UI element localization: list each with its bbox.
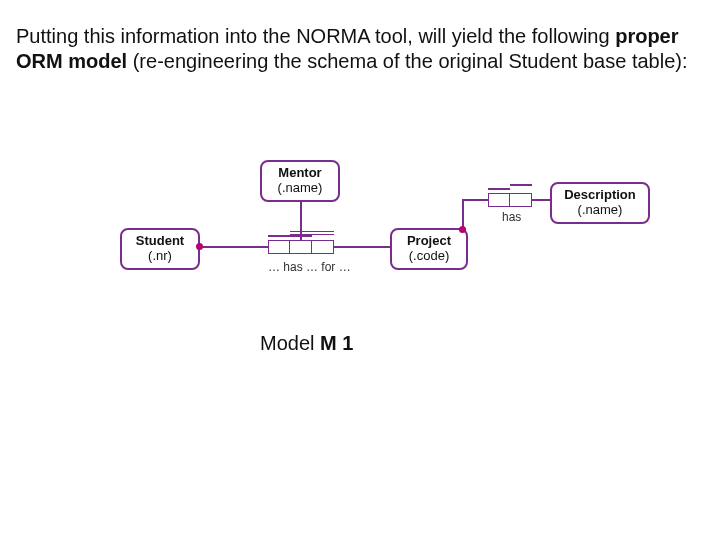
mandatory-dot	[459, 226, 466, 233]
entity-student-name: Student	[136, 233, 184, 248]
entity-description: Description (.name)	[550, 182, 650, 224]
connector	[462, 199, 488, 201]
uniqueness-bar	[268, 235, 312, 237]
mandatory-dot	[196, 243, 203, 250]
connector	[200, 246, 268, 248]
entity-student-ref: (.nr)	[128, 249, 192, 264]
entity-mentor: Mentor (.name)	[260, 160, 340, 202]
caption-prefix: Model	[260, 332, 320, 354]
rolebox	[312, 240, 334, 254]
entity-description-name: Description	[564, 187, 636, 202]
entity-project: Project (.code)	[390, 228, 468, 270]
reading-has: has	[502, 210, 521, 224]
entity-project-name: Project	[407, 233, 451, 248]
diagram-caption: Model M 1	[260, 332, 353, 355]
rolebox	[290, 240, 312, 254]
connector	[462, 199, 464, 229]
orm-diagram: Student (.nr) Mentor (.name) Project (.c…	[120, 160, 650, 320]
caption-name: M 1	[320, 332, 353, 354]
entity-mentor-ref: (.name)	[268, 181, 332, 196]
connector	[532, 199, 550, 201]
entity-project-ref: (.code)	[398, 249, 460, 264]
rolebox	[268, 240, 290, 254]
intro-post: (re-engineering the schema of the origin…	[127, 50, 687, 72]
rolebox	[510, 193, 532, 207]
connector	[334, 246, 390, 248]
uniqueness-bar	[510, 184, 532, 186]
roleset-has	[488, 193, 532, 211]
intro-paragraph: Putting this information into the NORMA …	[16, 24, 700, 74]
reading-ternary: … has … for …	[268, 260, 351, 274]
roleset-ternary	[268, 240, 334, 258]
entity-student: Student (.nr)	[120, 228, 200, 270]
entity-description-ref: (.name)	[558, 203, 642, 218]
entity-mentor-name: Mentor	[278, 165, 321, 180]
uniqueness-bar	[488, 188, 510, 190]
connector	[300, 200, 302, 240]
intro-pre: Putting this information into the NORMA …	[16, 25, 615, 47]
rolebox	[488, 193, 510, 207]
uniqueness-bar-double	[290, 231, 334, 235]
